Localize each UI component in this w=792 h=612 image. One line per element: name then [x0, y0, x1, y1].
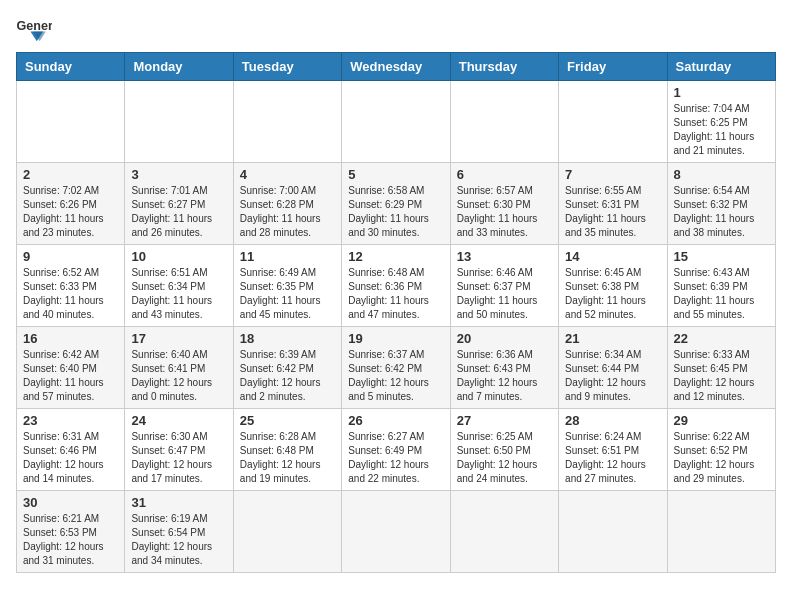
day-info: Sunrise: 6:45 AM Sunset: 6:38 PM Dayligh…: [565, 266, 660, 322]
day-number: 1: [674, 85, 769, 100]
day-number: 25: [240, 413, 335, 428]
day-number: 12: [348, 249, 443, 264]
weekday-header-tuesday: Tuesday: [233, 53, 341, 81]
day-info: Sunrise: 6:43 AM Sunset: 6:39 PM Dayligh…: [674, 266, 769, 322]
day-info: Sunrise: 6:39 AM Sunset: 6:42 PM Dayligh…: [240, 348, 335, 404]
day-info: Sunrise: 6:30 AM Sunset: 6:47 PM Dayligh…: [131, 430, 226, 486]
day-number: 3: [131, 167, 226, 182]
calendar-cell: 17Sunrise: 6:40 AM Sunset: 6:41 PM Dayli…: [125, 327, 233, 409]
day-info: Sunrise: 6:40 AM Sunset: 6:41 PM Dayligh…: [131, 348, 226, 404]
day-info: Sunrise: 6:51 AM Sunset: 6:34 PM Dayligh…: [131, 266, 226, 322]
day-number: 6: [457, 167, 552, 182]
day-info: Sunrise: 6:49 AM Sunset: 6:35 PM Dayligh…: [240, 266, 335, 322]
calendar-week-row: 23Sunrise: 6:31 AM Sunset: 6:46 PM Dayli…: [17, 409, 776, 491]
calendar-cell: 8Sunrise: 6:54 AM Sunset: 6:32 PM Daylig…: [667, 163, 775, 245]
day-number: 22: [674, 331, 769, 346]
calendar-cell: [450, 491, 558, 573]
day-info: Sunrise: 6:46 AM Sunset: 6:37 PM Dayligh…: [457, 266, 552, 322]
calendar-cell: 4Sunrise: 7:00 AM Sunset: 6:28 PM Daylig…: [233, 163, 341, 245]
calendar-cell: 6Sunrise: 6:57 AM Sunset: 6:30 PM Daylig…: [450, 163, 558, 245]
svg-text:General: General: [17, 19, 53, 33]
day-info: Sunrise: 6:22 AM Sunset: 6:52 PM Dayligh…: [674, 430, 769, 486]
day-info: Sunrise: 6:19 AM Sunset: 6:54 PM Dayligh…: [131, 512, 226, 568]
calendar-cell: [233, 491, 341, 573]
day-info: Sunrise: 6:36 AM Sunset: 6:43 PM Dayligh…: [457, 348, 552, 404]
calendar-cell: [559, 491, 667, 573]
day-number: 10: [131, 249, 226, 264]
day-number: 30: [23, 495, 118, 510]
day-info: Sunrise: 6:34 AM Sunset: 6:44 PM Dayligh…: [565, 348, 660, 404]
weekday-header-saturday: Saturday: [667, 53, 775, 81]
calendar-week-row: 9Sunrise: 6:52 AM Sunset: 6:33 PM Daylig…: [17, 245, 776, 327]
calendar-cell: 30Sunrise: 6:21 AM Sunset: 6:53 PM Dayli…: [17, 491, 125, 573]
calendar-cell: 10Sunrise: 6:51 AM Sunset: 6:34 PM Dayli…: [125, 245, 233, 327]
day-info: Sunrise: 6:48 AM Sunset: 6:36 PM Dayligh…: [348, 266, 443, 322]
day-number: 11: [240, 249, 335, 264]
day-number: 9: [23, 249, 118, 264]
day-number: 19: [348, 331, 443, 346]
weekday-header-monday: Monday: [125, 53, 233, 81]
day-info: Sunrise: 6:21 AM Sunset: 6:53 PM Dayligh…: [23, 512, 118, 568]
calendar-cell: [667, 491, 775, 573]
day-number: 8: [674, 167, 769, 182]
calendar-cell: 16Sunrise: 6:42 AM Sunset: 6:40 PM Dayli…: [17, 327, 125, 409]
calendar-cell: [233, 81, 341, 163]
weekday-header-sunday: Sunday: [17, 53, 125, 81]
calendar-cell: 18Sunrise: 6:39 AM Sunset: 6:42 PM Dayli…: [233, 327, 341, 409]
day-number: 2: [23, 167, 118, 182]
calendar-cell: 24Sunrise: 6:30 AM Sunset: 6:47 PM Dayli…: [125, 409, 233, 491]
calendar-cell: 15Sunrise: 6:43 AM Sunset: 6:39 PM Dayli…: [667, 245, 775, 327]
calendar-cell: 20Sunrise: 6:36 AM Sunset: 6:43 PM Dayli…: [450, 327, 558, 409]
day-number: 21: [565, 331, 660, 346]
calendar-header-row: SundayMondayTuesdayWednesdayThursdayFrid…: [17, 53, 776, 81]
day-info: Sunrise: 6:58 AM Sunset: 6:29 PM Dayligh…: [348, 184, 443, 240]
calendar-cell: 21Sunrise: 6:34 AM Sunset: 6:44 PM Dayli…: [559, 327, 667, 409]
day-info: Sunrise: 7:01 AM Sunset: 6:27 PM Dayligh…: [131, 184, 226, 240]
calendar-week-row: 2Sunrise: 7:02 AM Sunset: 6:26 PM Daylig…: [17, 163, 776, 245]
day-number: 27: [457, 413, 552, 428]
day-number: 16: [23, 331, 118, 346]
calendar-week-row: 30Sunrise: 6:21 AM Sunset: 6:53 PM Dayli…: [17, 491, 776, 573]
day-info: Sunrise: 6:25 AM Sunset: 6:50 PM Dayligh…: [457, 430, 552, 486]
day-info: Sunrise: 7:00 AM Sunset: 6:28 PM Dayligh…: [240, 184, 335, 240]
calendar-cell: 12Sunrise: 6:48 AM Sunset: 6:36 PM Dayli…: [342, 245, 450, 327]
calendar-cell: [450, 81, 558, 163]
calendar-cell: 27Sunrise: 6:25 AM Sunset: 6:50 PM Dayli…: [450, 409, 558, 491]
day-number: 17: [131, 331, 226, 346]
day-info: Sunrise: 6:33 AM Sunset: 6:45 PM Dayligh…: [674, 348, 769, 404]
calendar-cell: 7Sunrise: 6:55 AM Sunset: 6:31 PM Daylig…: [559, 163, 667, 245]
calendar-cell: 13Sunrise: 6:46 AM Sunset: 6:37 PM Dayli…: [450, 245, 558, 327]
calendar-cell: 31Sunrise: 6:19 AM Sunset: 6:54 PM Dayli…: [125, 491, 233, 573]
day-info: Sunrise: 6:27 AM Sunset: 6:49 PM Dayligh…: [348, 430, 443, 486]
day-number: 4: [240, 167, 335, 182]
calendar-cell: [17, 81, 125, 163]
day-number: 14: [565, 249, 660, 264]
day-info: Sunrise: 6:57 AM Sunset: 6:30 PM Dayligh…: [457, 184, 552, 240]
day-info: Sunrise: 6:37 AM Sunset: 6:42 PM Dayligh…: [348, 348, 443, 404]
day-info: Sunrise: 6:42 AM Sunset: 6:40 PM Dayligh…: [23, 348, 118, 404]
calendar-cell: 9Sunrise: 6:52 AM Sunset: 6:33 PM Daylig…: [17, 245, 125, 327]
calendar-cell: 23Sunrise: 6:31 AM Sunset: 6:46 PM Dayli…: [17, 409, 125, 491]
day-number: 7: [565, 167, 660, 182]
calendar-cell: 25Sunrise: 6:28 AM Sunset: 6:48 PM Dayli…: [233, 409, 341, 491]
calendar-cell: 28Sunrise: 6:24 AM Sunset: 6:51 PM Dayli…: [559, 409, 667, 491]
day-number: 29: [674, 413, 769, 428]
calendar-cell: 26Sunrise: 6:27 AM Sunset: 6:49 PM Dayli…: [342, 409, 450, 491]
logo: General: [16, 16, 56, 44]
day-info: Sunrise: 6:54 AM Sunset: 6:32 PM Dayligh…: [674, 184, 769, 240]
day-number: 20: [457, 331, 552, 346]
weekday-header-friday: Friday: [559, 53, 667, 81]
day-number: 15: [674, 249, 769, 264]
calendar-cell: [342, 491, 450, 573]
weekday-header-wednesday: Wednesday: [342, 53, 450, 81]
calendar-cell: 14Sunrise: 6:45 AM Sunset: 6:38 PM Dayli…: [559, 245, 667, 327]
calendar-cell: 22Sunrise: 6:33 AM Sunset: 6:45 PM Dayli…: [667, 327, 775, 409]
calendar-cell: 11Sunrise: 6:49 AM Sunset: 6:35 PM Dayli…: [233, 245, 341, 327]
day-number: 5: [348, 167, 443, 182]
calendar-cell: 29Sunrise: 6:22 AM Sunset: 6:52 PM Dayli…: [667, 409, 775, 491]
day-number: 18: [240, 331, 335, 346]
calendar-cell: 2Sunrise: 7:02 AM Sunset: 6:26 PM Daylig…: [17, 163, 125, 245]
day-info: Sunrise: 7:02 AM Sunset: 6:26 PM Dayligh…: [23, 184, 118, 240]
day-info: Sunrise: 6:24 AM Sunset: 6:51 PM Dayligh…: [565, 430, 660, 486]
day-info: Sunrise: 6:28 AM Sunset: 6:48 PM Dayligh…: [240, 430, 335, 486]
